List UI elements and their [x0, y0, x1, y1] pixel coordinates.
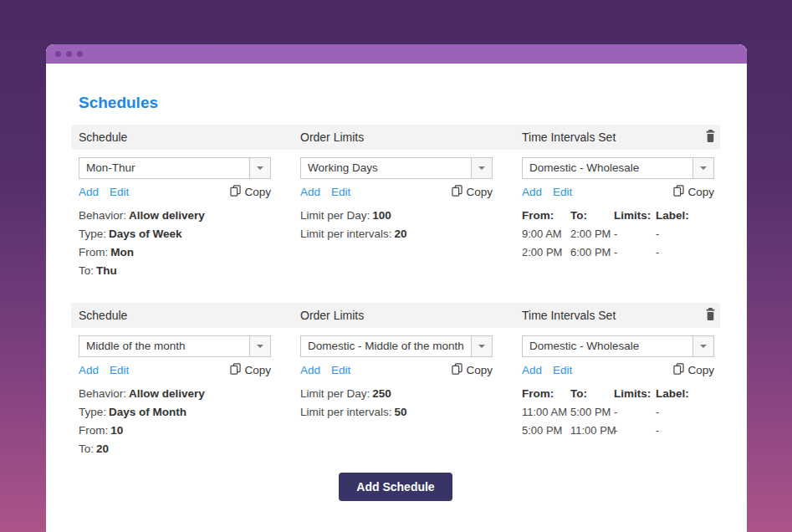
copy-label: Copy: [687, 186, 714, 198]
schedule-column-header: Schedule: [71, 130, 300, 144]
chevron-down-icon[interactable]: [249, 158, 270, 178]
schedule-select[interactable]: Mon-Thur: [79, 157, 271, 179]
add-link[interactable]: Add: [300, 364, 320, 376]
copy-icon: [673, 363, 684, 377]
schedule-select-value: Mon-Thur: [79, 158, 249, 178]
chevron-down-icon[interactable]: [471, 158, 492, 178]
intervals-select-value: Domestic - Wholesale: [523, 158, 692, 178]
intervals-select-value: Domestic - Wholesale: [523, 336, 692, 356]
add-link[interactable]: Add: [79, 186, 99, 198]
window-titlebar: [46, 44, 747, 64]
edit-link[interactable]: Edit: [110, 186, 129, 198]
interval-cell: 5:00 PM: [522, 422, 570, 440]
button-row: Add Schedule: [71, 473, 720, 501]
intervals-select[interactable]: Domestic - Wholesale: [522, 157, 714, 179]
copy-label: Copy: [466, 364, 493, 376]
order-limits-select-value: Working Days: [301, 158, 471, 178]
add-link[interactable]: Add: [300, 186, 320, 198]
caret-shape: [257, 345, 263, 348]
edit-link[interactable]: Edit: [331, 186, 350, 198]
card-header: Schedule Order Limits Time Intervals Set: [71, 303, 720, 328]
order-limits-column-header: Order Limits: [300, 309, 522, 322]
schedule-select[interactable]: Middle of the month: [79, 335, 271, 357]
intervals-table: From: To: Limits: Label: 11:00 AM 5:00 P…: [522, 385, 720, 440]
detail-line: Behavior:Allow delivery: [79, 207, 300, 225]
app-window: Schedules Schedule Order Limits Time Int…: [46, 44, 747, 532]
caret-shape: [478, 345, 485, 348]
chevron-down-icon[interactable]: [692, 158, 713, 178]
copy-icon: [452, 363, 462, 377]
schedule-select-value: Middle of the month: [79, 336, 249, 356]
interval-cell: -: [614, 225, 656, 243]
copy-button[interactable]: Copy: [673, 185, 714, 199]
copy-button[interactable]: Copy: [230, 363, 271, 377]
intervals-col-from: From:: [522, 385, 570, 403]
order-limits-column-header: Order Limits: [300, 130, 522, 144]
delete-schedule-button[interactable]: [705, 308, 716, 323]
caret-shape: [700, 166, 707, 170]
interval-cell: -: [656, 243, 720, 262]
copy-button[interactable]: Copy: [452, 363, 493, 377]
schedule-card: Schedule Order Limits Time Intervals Set: [71, 303, 720, 458]
copy-icon: [452, 185, 462, 199]
interval-cell: -: [656, 225, 720, 243]
interval-cell: -: [656, 422, 720, 440]
detail-line: To:Thu: [79, 262, 300, 280]
interval-cell: 11:00 PM: [570, 422, 614, 440]
interval-cell: -: [614, 422, 656, 440]
order-limits-select[interactable]: Working Days: [300, 157, 493, 179]
edit-link[interactable]: Edit: [331, 364, 350, 376]
add-link[interactable]: Add: [79, 364, 99, 376]
interval-cell: 5:00 PM: [570, 403, 614, 422]
intervals-col-to: To:: [570, 207, 614, 225]
chevron-down-icon[interactable]: [471, 336, 492, 356]
schedule-column-header: Schedule: [71, 309, 300, 322]
interval-cell: 2:00 PM: [522, 243, 570, 262]
interval-cell: 6:00 PM: [570, 243, 614, 262]
add-schedule-button[interactable]: Add Schedule: [339, 473, 452, 501]
edit-link[interactable]: Edit: [110, 364, 129, 376]
delete-schedule-button[interactable]: [705, 130, 716, 145]
detail-line: Type:Days of Month: [79, 403, 300, 422]
interval-cell: 2:00 PM: [570, 225, 614, 243]
chevron-down-icon[interactable]: [249, 336, 270, 356]
intervals-col-limits: Limits:: [614, 385, 656, 403]
caret-shape: [700, 345, 707, 348]
copy-icon: [673, 185, 684, 199]
interval-cell: -: [614, 243, 656, 262]
detail-line: From:Mon: [79, 243, 300, 262]
copy-label: Copy: [687, 364, 714, 376]
detail-line: Limit per Day:100: [300, 207, 522, 225]
intervals-select[interactable]: Domestic - Wholesale: [522, 335, 714, 357]
page-title: Schedules: [79, 94, 720, 112]
detail-line: Limit per Day:250: [300, 385, 522, 403]
copy-button[interactable]: Copy: [230, 185, 271, 199]
schedule-card: Schedule Order Limits Time Intervals Set: [71, 125, 720, 280]
copy-label: Copy: [244, 364, 271, 376]
intervals-table: From: To: Limits: Label: 9:00 AM 2:00 PM…: [522, 207, 720, 262]
detail-line: To:20: [79, 440, 300, 458]
intervals-column-header: Time Intervals Set: [522, 309, 616, 322]
main-content: Schedules Schedule Order Limits Time Int…: [46, 94, 747, 501]
edit-link[interactable]: Edit: [553, 364, 572, 376]
copy-button[interactable]: Copy: [452, 185, 493, 199]
page-background: Schedules Schedule Order Limits Time Int…: [0, 0, 792, 532]
intervals-col-limits: Limits:: [614, 207, 656, 225]
chevron-down-icon[interactable]: [692, 336, 713, 356]
window-dot-icon: [77, 51, 83, 57]
window-dot-icon: [55, 51, 61, 57]
add-link[interactable]: Add: [522, 186, 542, 198]
detail-line: Behavior:Allow delivery: [79, 385, 300, 403]
trash-icon: [705, 308, 716, 323]
add-link[interactable]: Add: [522, 364, 542, 376]
intervals-column-header: Time Intervals Set: [522, 130, 616, 144]
card-header: Schedule Order Limits Time Intervals Set: [71, 125, 720, 150]
order-limits-select[interactable]: Domestic - Middle of the month: [300, 335, 493, 357]
copy-button[interactable]: Copy: [673, 363, 714, 377]
caret-shape: [478, 166, 485, 170]
edit-link[interactable]: Edit: [553, 186, 572, 198]
caret-shape: [257, 166, 263, 170]
interval-cell: -: [614, 403, 656, 422]
intervals-col-from: From:: [522, 207, 570, 225]
trash-icon: [705, 130, 716, 145]
